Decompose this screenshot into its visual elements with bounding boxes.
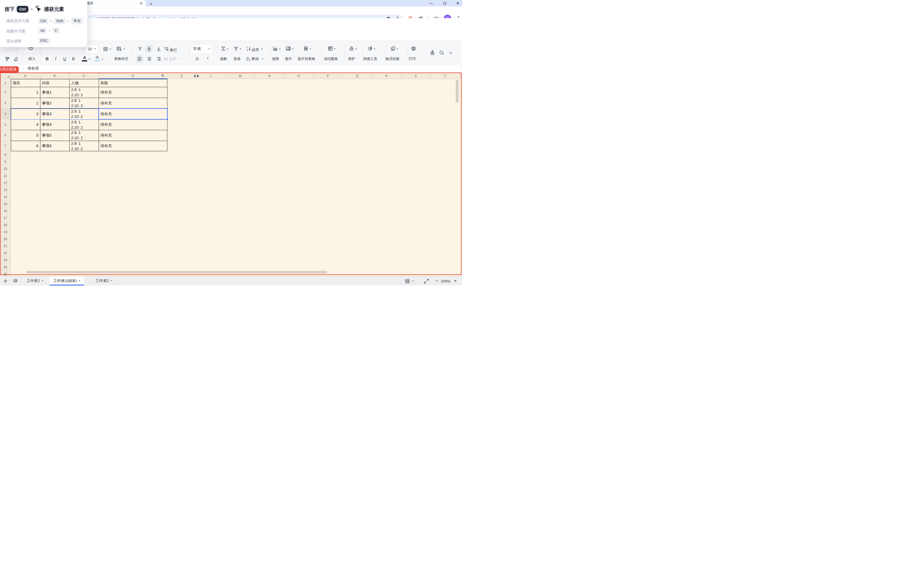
row-header-16[interactable]: 16 (0, 207, 11, 215)
cell-A2[interactable]: 1 (11, 87, 38, 98)
fill-color-button[interactable] (95, 55, 100, 61)
row-header-9[interactable]: 9 (0, 158, 11, 165)
cell-B5[interactable]: 事项4 (42, 119, 68, 130)
cell-D5[interactable]: 待补充 (100, 119, 166, 130)
image-to-table-caret[interactable] (309, 49, 311, 50)
column-header-E[interactable]: E (167, 73, 196, 79)
formula-input[interactable]: 待补充 (25, 65, 461, 72)
spreadsheet-grid[interactable]: ABCDELMNOPQRST12345678910111213141516171… (0, 73, 462, 276)
borders-icon[interactable] (103, 46, 108, 51)
fill-handle[interactable] (166, 118, 168, 120)
format-convert-caret[interactable] (397, 49, 398, 50)
vertical-scrollbar[interactable] (456, 80, 459, 103)
column-header-N[interactable]: N (255, 73, 284, 79)
signature-stamp-icon[interactable] (430, 50, 435, 56)
table-style-icon[interactable] (116, 46, 122, 51)
sort-za-icon[interactable]: ZA (246, 46, 251, 51)
row-header-23[interactable]: 23 (0, 256, 11, 264)
italic-button[interactable]: I (55, 56, 57, 61)
font-color-button[interactable]: A (82, 56, 87, 62)
row-header-22[interactable]: 22 (0, 250, 11, 256)
clear-format-eraser-icon[interactable] (14, 56, 19, 62)
sheet-tab-menu-icon[interactable] (79, 280, 80, 281)
valign-bottom-button[interactable] (156, 46, 161, 51)
print-icon[interactable] (411, 46, 416, 51)
row-header-19[interactable]: 19 (0, 228, 11, 236)
image-to-table-label[interactable]: 图片转表格 (296, 56, 317, 62)
font-size-select[interactable]: 10 (85, 44, 98, 54)
hidden-columns-left-arrow-icon[interactable] (194, 75, 196, 77)
cell-D2[interactable]: 待补充 (100, 87, 166, 98)
horizontal-scrollbar[interactable] (26, 271, 327, 273)
function-sigma-icon[interactable] (221, 46, 226, 51)
collapse-toolbar-icon[interactable] (448, 51, 453, 55)
halign-right-button[interactable] (156, 56, 161, 62)
column-header-S[interactable]: S (401, 73, 431, 79)
column-header-O[interactable]: O (284, 73, 314, 79)
new-tab-button[interactable]: + (149, 1, 153, 6)
format-convert-label[interactable]: 格式转换 (385, 56, 400, 62)
underline-button[interactable]: U (63, 56, 66, 61)
column-options-icon[interactable] (161, 74, 165, 78)
cell-C4[interactable]: 2.9: 12.10: 2 (71, 109, 98, 119)
column-header-A[interactable]: A (11, 73, 40, 79)
cell-D7[interactable]: 待补充 (100, 141, 166, 151)
row-header-2[interactable]: 2 (0, 87, 11, 98)
column-header-B[interactable]: B (40, 73, 70, 79)
protect-label[interactable]: 保护 (347, 56, 356, 62)
view-mode-caret[interactable] (412, 281, 414, 282)
table-header-cell[interactable]: 内容 (42, 79, 68, 87)
bold-button[interactable]: B (46, 56, 49, 61)
protect-caret[interactable] (355, 49, 357, 50)
decimal-button[interactable]: .0 (195, 56, 198, 61)
table-style-label[interactable]: 表格样式 (114, 56, 129, 62)
row-header-18[interactable]: 18 (0, 221, 11, 228)
window-maximize-button[interactable] (442, 1, 447, 6)
cell-B6[interactable]: 事项5 (42, 130, 68, 141)
view-mode-icon[interactable] (405, 278, 410, 284)
cell-A5[interactable]: 4 (11, 119, 38, 130)
sheet-tab-3[interactable]: 工作表2 (92, 276, 116, 285)
sort-caret[interactable] (261, 49, 263, 50)
table-header-cell[interactable]: 人物 (71, 79, 97, 87)
font-color-caret[interactable] (88, 59, 90, 60)
decimal-stepper[interactable] (206, 56, 210, 60)
cell-B2[interactable]: 事项1 (42, 87, 68, 98)
cell-A3[interactable]: 2 (11, 98, 38, 108)
hidden-columns-right-arrow-icon[interactable] (197, 75, 199, 77)
sheet-tab-menu-icon[interactable] (111, 280, 113, 281)
format-painter-icon[interactable] (5, 56, 10, 62)
row-header-1[interactable]: 1 (0, 79, 11, 87)
row-header-20[interactable]: 20 (0, 236, 11, 242)
row-header-7[interactable]: 7 (0, 141, 11, 151)
fullscreen-icon[interactable] (424, 278, 429, 284)
row-header-21[interactable]: 21 (0, 242, 11, 250)
table-header-cell[interactable]: 风险 (100, 79, 166, 87)
halign-left-button[interactable] (136, 55, 144, 63)
sheet-tab-2[interactable]: 工作表1(副本) (50, 276, 84, 285)
chart-caret[interactable] (279, 49, 281, 50)
function-caret[interactable] (227, 49, 229, 50)
filter-caret[interactable] (240, 49, 241, 50)
cell-C7[interactable]: 2.9: 12.10: 2 (71, 141, 98, 151)
column-header-M[interactable]: M (226, 73, 255, 79)
filter-funnel-icon[interactable] (233, 46, 238, 51)
quick-tools-caret[interactable] (374, 49, 375, 50)
column-header-Q[interactable]: Q (343, 73, 372, 79)
freeze-panes-caret[interactable] (334, 49, 336, 50)
protect-lock-icon[interactable] (349, 46, 354, 51)
sheet-tab-menu-icon[interactable] (42, 280, 43, 281)
sort-label[interactable]: 排序 (252, 48, 259, 52)
image-label[interactable]: 图片 (284, 56, 293, 62)
freeze-panes-icon[interactable] (328, 46, 333, 51)
column-header-P[interactable]: P (314, 73, 343, 79)
cell-D3[interactable]: 待补充 (100, 98, 166, 108)
row-header-14[interactable]: 14 (0, 193, 11, 201)
table-style-caret[interactable] (123, 49, 125, 50)
cell-A4[interactable]: 3 (11, 108, 38, 119)
tab-close-icon[interactable]: ✕ (139, 1, 144, 6)
cell-C6[interactable]: 2.9: 12.10: 2 (71, 130, 98, 140)
filter-label[interactable]: 筛选 (232, 56, 242, 62)
quick-tools-bolt-icon[interactable] (368, 46, 373, 51)
cell-B3[interactable]: 事项2 (42, 98, 68, 108)
